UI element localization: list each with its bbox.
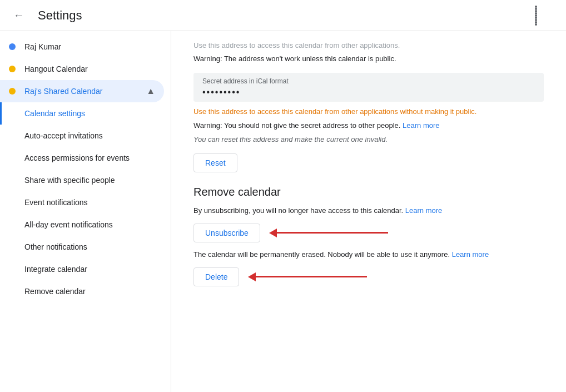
sidebar-item-label: Raj Kumar — [24, 42, 155, 51]
sidebar-subitem-integrate-calendar[interactable]: Integrate calendar — [0, 258, 164, 280]
rajs-shared-dot — [9, 88, 16, 95]
hangout-dot — [9, 66, 16, 72]
page-title: Settings — [38, 8, 530, 23]
delete-desc: The calendar will be permanently erased.… — [193, 249, 544, 261]
warning-public-text: Warning: The address won't work unless t… — [193, 53, 544, 64]
secret-warning-text: Warning: You should not give the secret … — [193, 120, 544, 132]
sidebar-subitem-remove-calendar[interactable]: Remove calendar — [0, 280, 164, 302]
delete-button[interactable]: Delete — [193, 267, 239, 286]
sidebar-sub-label: Calendar settings — [24, 109, 155, 118]
faded-address-text: Use this address to access this calendar… — [193, 40, 544, 51]
unsubscribe-row: Unsubscribe — [193, 224, 544, 242]
app-header: ← Settings — [0, 0, 566, 31]
sidebar-sub-label: All-day event notifications — [24, 220, 155, 229]
secret-address-label: Secret address in iCal format — [202, 77, 535, 85]
sidebar-item-label: Raj's Shared Calendar — [24, 87, 144, 96]
sidebar-item-raj-kumar[interactable]: Raj Kumar — [0, 36, 164, 58]
raj-kumar-dot — [9, 43, 16, 50]
arrow-line — [256, 276, 367, 277]
secret-address-box: Secret address in iCal format ••••••••• — [193, 73, 544, 102]
remove-calendar-section: Remove calendar By unsubscribing, you wi… — [193, 186, 544, 286]
sidebar-subitem-allday-notifications[interactable]: All-day event notifications — [0, 214, 164, 236]
red-arrow-unsubscribe — [269, 229, 388, 237]
sidebar-subitem-share-with-people[interactable]: Share with specific people — [0, 169, 164, 191]
arrow-line — [277, 232, 388, 234]
orange-info-text: Use this address to access this calendar… — [193, 106, 544, 118]
sidebar-subitem-event-notifications[interactable]: Event notifications — [0, 191, 164, 214]
learn-more-link-1[interactable]: Learn more — [403, 121, 439, 130]
sidebar-sub-label: Access permissions for events — [24, 153, 155, 162]
unsubscribe-button[interactable]: Unsubscribe — [193, 224, 260, 242]
learn-more-unsub-link[interactable]: Learn more — [405, 206, 442, 215]
delete-row: Delete — [193, 267, 544, 286]
sidebar-item-hangout[interactable]: Hangout Calendar — [0, 58, 164, 80]
back-icon: ← — [13, 9, 24, 22]
chevron-up-icon: ▲ — [146, 86, 155, 96]
sidebar-subitem-auto-accept[interactable]: Auto-accept invitations — [0, 125, 164, 147]
sidebar-sub-label: Integrate calendar — [24, 265, 155, 274]
delete-arrow — [248, 272, 367, 281]
sidebar-sub-label: Auto-accept invitations — [24, 131, 155, 140]
sidebar: Raj Kumar Hangout Calendar Raj's Shared … — [0, 31, 171, 392]
sidebar-item-label: Hangout Calendar — [24, 64, 155, 73]
sidebar-sub-label: Other notifications — [24, 242, 155, 251]
sidebar-item-rajs-shared[interactable]: Raj's Shared Calendar ▲ — [0, 80, 164, 102]
back-button[interactable]: ← — [9, 4, 29, 26]
main-layout: Raj Kumar Hangout Calendar Raj's Shared … — [0, 31, 566, 392]
content-area: Use this address to access this calendar… — [171, 31, 566, 392]
sidebar-subitem-calendar-settings[interactable]: Calendar settings — [0, 102, 164, 125]
sidebar-sub-label: Remove calendar — [24, 287, 155, 296]
unsubscribe-arrow — [269, 229, 388, 237]
secret-address-value: ••••••••• — [202, 87, 535, 97]
learn-more-delete-link[interactable]: Learn more — [452, 250, 489, 259]
arrow-head-icon — [269, 229, 277, 237]
red-arrow-delete — [248, 272, 367, 281]
remove-calendar-title: Remove calendar — [193, 186, 544, 199]
arrow-head-icon — [248, 272, 256, 281]
unsubscribe-desc: By unsubscribing, you will no longer hav… — [193, 205, 544, 217]
apps-button[interactable] — [530, 1, 557, 30]
sidebar-subitem-other-notifications[interactable]: Other notifications — [0, 236, 164, 258]
top-section: Use this address to access this calendar… — [193, 31, 544, 172]
sidebar-subitem-access-permissions[interactable]: Access permissions for events — [0, 147, 164, 169]
reset-italic-text: You can reset this address and make the … — [193, 134, 544, 145]
reset-button[interactable]: Reset — [193, 153, 237, 172]
sidebar-sub-label: Share with specific people — [24, 176, 155, 185]
sidebar-sub-label: Event notifications — [24, 198, 155, 207]
